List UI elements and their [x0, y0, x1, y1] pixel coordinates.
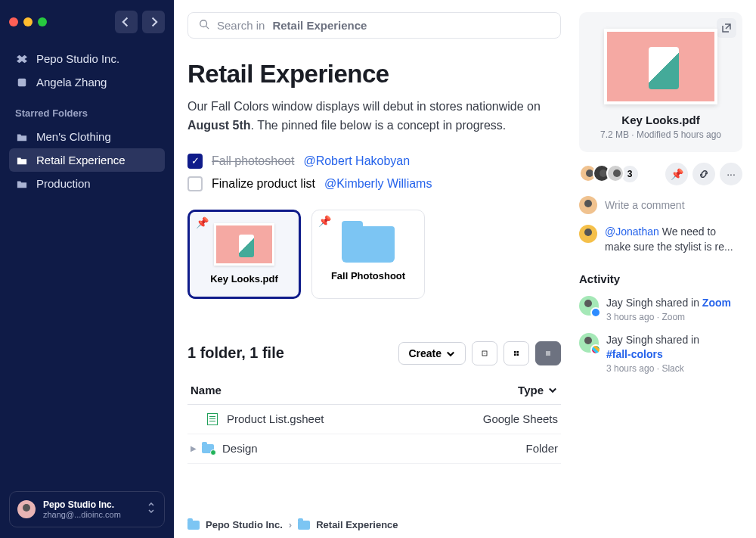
- task-mention[interactable]: @Kimberly Williams: [324, 177, 432, 191]
- folder-icon: [15, 155, 29, 166]
- activity-link[interactable]: Zoom: [702, 297, 731, 309]
- folder-icon: [15, 179, 29, 189]
- task-item: ✓ Fall photoshoot @Robert Hakobyan: [187, 154, 561, 169]
- list-header: 1 folder, 1 file Create: [187, 341, 561, 365]
- zoom-icon: [590, 307, 601, 318]
- maximize-window-icon[interactable]: [38, 17, 47, 26]
- folder-icon: [187, 521, 200, 530]
- breadcrumb-item[interactable]: Pepo Studio Inc.: [206, 519, 283, 530]
- breadcrumb-item[interactable]: Retail Experience: [316, 519, 398, 530]
- avatar: [579, 296, 599, 316]
- file-name: Product List.gsheet: [227, 412, 324, 425]
- table-header: Name Type: [187, 376, 561, 405]
- avatar: [579, 333, 599, 353]
- user-label: Angela Zhang: [36, 76, 107, 89]
- svg-rect-6: [517, 353, 519, 356]
- user-item[interactable]: Angela Zhang: [9, 70, 165, 94]
- link-button[interactable]: [692, 163, 715, 185]
- org-label: Pepo Studio Inc.: [36, 52, 119, 65]
- comment-item: @Jonathan We need to make sure the styli…: [579, 225, 742, 254]
- dropbox-icon: [15, 54, 29, 64]
- slack-icon: [590, 344, 601, 355]
- search-input[interactable]: Search in Retail Experience: [187, 12, 561, 39]
- column-name[interactable]: Name: [191, 384, 452, 397]
- create-button[interactable]: Create: [398, 342, 466, 365]
- comment-input[interactable]: Write a comment: [579, 196, 742, 214]
- pin-icon: 📌: [318, 215, 331, 227]
- folder-card-fall-photoshoot[interactable]: 📌 Fall Photoshoot: [311, 210, 425, 299]
- sidebar-item-production[interactable]: Production: [9, 172, 165, 195]
- avatar: [579, 225, 597, 243]
- forward-button[interactable]: [142, 11, 165, 33]
- file-card-key-looks[interactable]: 📌 Key Looks.pdf: [187, 210, 301, 299]
- screenshot-button[interactable]: [472, 341, 497, 365]
- folder-name: Design: [222, 442, 258, 455]
- activity-item: Jay Singh shared in Zoom 3 hours ago · Z…: [579, 296, 742, 322]
- chevron-down-icon: [146, 502, 156, 516]
- starred-folders-label: Starred Folders: [15, 107, 159, 119]
- grid-view-button[interactable]: [503, 341, 529, 365]
- avatar: [606, 164, 624, 182]
- comment-mention[interactable]: @Jonathan: [605, 225, 659, 238]
- search-icon: [199, 19, 209, 32]
- avatar: [17, 500, 36, 518]
- pin-icon: 📌: [196, 216, 209, 229]
- task-checkbox[interactable]: ✓: [187, 154, 203, 169]
- svg-point-1: [200, 20, 207, 27]
- table-row[interactable]: Product List.gsheet Google Sheets: [187, 405, 561, 434]
- close-window-icon[interactable]: [9, 17, 18, 26]
- file-type: Folder: [452, 442, 558, 455]
- task-checkbox[interactable]: [187, 176, 203, 191]
- open-external-button[interactable]: [717, 18, 736, 38]
- account-email: zhang@...dioinc.com: [43, 510, 121, 519]
- page-description: Our Fall Colors window displays will deb…: [187, 98, 561, 135]
- list-view-button[interactable]: [535, 341, 561, 365]
- task-label: Fall photoshoot: [212, 154, 294, 168]
- folder-icon: [201, 442, 215, 456]
- svg-rect-0: [18, 78, 26, 86]
- back-button[interactable]: [115, 11, 138, 33]
- pinned-cards: 📌 Key Looks.pdf 📌 Fall Photoshoot: [187, 210, 561, 299]
- gsheet-icon: [206, 412, 219, 426]
- task-mention[interactable]: @Robert Hakobyan: [303, 154, 410, 168]
- svg-rect-2: [482, 351, 487, 356]
- folder-icon: [298, 521, 310, 530]
- card-label: Key Looks.pdf: [210, 273, 278, 285]
- svg-rect-4: [517, 351, 519, 353]
- task-item: Finalize product list @Kimberly Williams: [187, 176, 561, 191]
- pin-button[interactable]: 📌: [665, 163, 688, 185]
- account-org: Pepo Studio Inc.: [43, 499, 121, 510]
- card-label: Fall Photoshoot: [331, 270, 405, 281]
- page-title: Retail Experience: [187, 60, 561, 89]
- preview-thumbnail: [604, 29, 717, 104]
- preview-meta: 7.2 MB · Modified 5 hours ago: [590, 129, 732, 140]
- list-summary: 1 folder, 1 file: [187, 344, 284, 362]
- column-type[interactable]: Type: [452, 384, 558, 397]
- comment-placeholder: Write a comment: [605, 199, 685, 211]
- table-row[interactable]: ▶ Design Folder: [187, 434, 561, 464]
- search-placeholder-scope: Retail Experience: [272, 19, 367, 32]
- avatar: [579, 196, 597, 214]
- file-table: Name Type Product List.gsheet Google She…: [187, 376, 561, 464]
- more-button[interactable]: ···: [720, 163, 742, 185]
- preview-box: Key Looks.pdf 7.2 MB · Modified 5 hours …: [579, 12, 742, 152]
- svg-rect-5: [514, 353, 516, 356]
- user-icon: [15, 77, 29, 88]
- sidebar-item-label: Men's Clothing: [36, 130, 111, 143]
- org-item[interactable]: Pepo Studio Inc.: [9, 47, 165, 70]
- preview-title: Key Looks.pdf: [590, 114, 732, 126]
- activity-link[interactable]: #fall-colors: [606, 348, 663, 360]
- sidebar-item-label: Production: [36, 177, 91, 190]
- sidebar-item-label: Retail Experience: [36, 154, 125, 166]
- detail-panel: Key Looks.pdf 7.2 MB · Modified 5 hours …: [575, 0, 756, 538]
- activity-heading: Activity: [579, 272, 742, 285]
- minimize-window-icon[interactable]: [23, 17, 33, 26]
- task-label: Finalize product list: [212, 177, 315, 191]
- account-switcher[interactable]: Pepo Studio Inc. zhang@...dioinc.com: [9, 491, 165, 527]
- folder-icon: [342, 226, 395, 263]
- sidebar-item-mens-clothing[interactable]: Men's Clothing: [9, 125, 165, 148]
- expand-icon[interactable]: ▶: [191, 444, 197, 452]
- window-controls: [9, 11, 165, 33]
- sidebar-item-retail-experience[interactable]: Retail Experience: [9, 148, 165, 172]
- avatar-stack[interactable]: 3: [579, 164, 640, 184]
